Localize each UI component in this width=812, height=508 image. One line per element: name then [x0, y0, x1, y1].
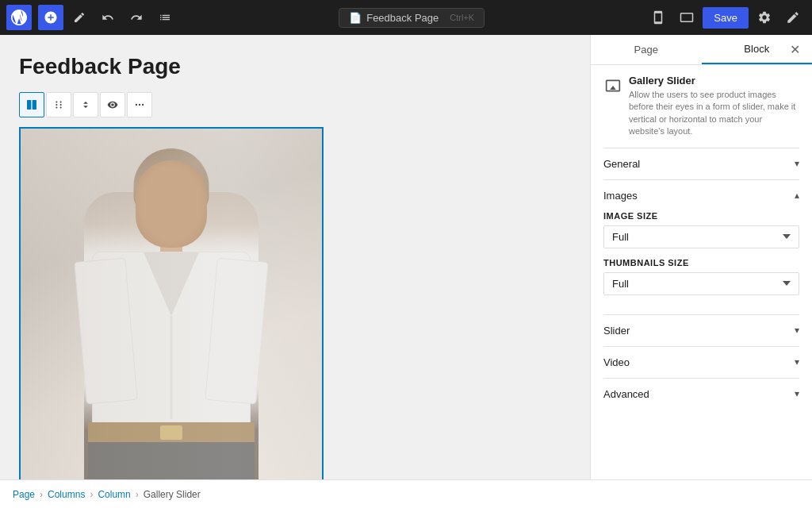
gallery-slider-icon: [603, 76, 622, 95]
breadcrumb-column[interactable]: Column: [98, 489, 130, 500]
slider-title: Slider: [603, 325, 630, 337]
add-block-button[interactable]: [38, 5, 63, 30]
svg-point-3: [60, 101, 62, 102]
image-size-select[interactable]: Full Large Medium Thumbnail: [603, 225, 799, 248]
topbar: 📄 Feedback Page Ctrl+K Save: [0, 0, 812, 35]
panel-close-button[interactable]: ✕: [783, 39, 806, 61]
more-options-tool[interactable]: [127, 92, 152, 117]
edit-button[interactable]: [67, 5, 92, 30]
slider-section: Slider ▾: [603, 314, 799, 346]
slider-chevron: ▾: [795, 325, 799, 336]
page-title: Feedback Page: [19, 54, 571, 79]
figure-head: [138, 156, 205, 240]
plugin-name: Gallery Slider: [629, 75, 799, 87]
thumbnails-size-label: THUMBNAILS SIZE: [603, 258, 799, 267]
gallery-slider-image: [21, 129, 322, 479]
general-title: General: [603, 158, 640, 170]
right-panel: Page Block ✕ Gallery Slider Allow the us…: [590, 35, 812, 479]
preview-tool[interactable]: [100, 92, 125, 117]
svg-point-2: [56, 101, 57, 102]
page-indicator-label: Feedback Page: [366, 12, 439, 24]
redo-button[interactable]: [124, 5, 149, 30]
images-header[interactable]: Images ▴: [603, 180, 799, 211]
images-body: IMAGE SIZE Full Large Medium Thumbnail T…: [603, 211, 799, 314]
wordpress-logo[interactable]: [6, 5, 32, 30]
svg-point-7: [60, 106, 62, 108]
breadcrumb: Page › Columns › Column › Gallery Slider: [0, 479, 812, 508]
general-header[interactable]: General ▾: [603, 148, 799, 179]
general-section: General ▾: [603, 148, 799, 179]
edit-mode-button[interactable]: [780, 5, 806, 30]
editor: Feedback Page: [0, 35, 590, 479]
panel-tabs: Page Block ✕: [591, 35, 812, 65]
svg-rect-1: [33, 100, 36, 110]
image-block[interactable]: [19, 127, 324, 479]
image-size-label: IMAGE SIZE: [603, 211, 799, 221]
page-indicator[interactable]: 📄 Feedback Page Ctrl+K: [339, 8, 485, 28]
svg-point-4: [56, 104, 57, 106]
topbar-center: 📄 Feedback Page Ctrl+K: [181, 8, 642, 28]
plugin-header: Gallery Slider Allow the users to see pr…: [603, 75, 799, 138]
svg-point-10: [142, 104, 144, 106]
panel-content: Gallery Slider Allow the users to see pr…: [591, 65, 812, 479]
svg-point-9: [139, 104, 140, 106]
save-button[interactable]: Save: [703, 7, 749, 29]
breadcrumb-sep-3: ›: [136, 489, 139, 500]
svg-point-6: [56, 106, 57, 108]
breadcrumb-columns[interactable]: Columns: [48, 489, 85, 500]
page-indicator-shortcut: Ctrl+K: [450, 13, 474, 22]
video-title: Video: [603, 356, 630, 368]
thumbnails-size-select[interactable]: Full Large Medium Thumbnail: [603, 272, 799, 295]
settings-button[interactable]: [752, 5, 777, 30]
block-toolbar: [19, 92, 571, 117]
advanced-header[interactable]: Advanced ▾: [603, 379, 799, 410]
advanced-title: Advanced: [603, 388, 649, 400]
breadcrumb-sep-1: ›: [40, 489, 43, 500]
layout-tool[interactable]: [19, 92, 44, 117]
plugin-description: Allow the users to see product images be…: [629, 89, 799, 138]
video-header[interactable]: Video ▾: [603, 347, 799, 378]
general-chevron: ▾: [795, 158, 799, 169]
images-chevron: ▴: [795, 190, 799, 201]
svg-point-5: [60, 104, 62, 106]
undo-button[interactable]: [95, 5, 121, 30]
images-section: Images ▴ IMAGE SIZE Full Large Medium Th…: [603, 179, 799, 314]
svg-rect-0: [27, 100, 31, 110]
svg-point-8: [136, 104, 137, 106]
topbar-right: Save: [645, 5, 806, 30]
breadcrumb-gallery-slider: Gallery Slider: [144, 489, 201, 500]
preview-mobile-button[interactable]: [645, 5, 671, 30]
plugin-info: Gallery Slider Allow the users to see pr…: [629, 75, 799, 138]
advanced-chevron: ▾: [795, 388, 799, 399]
move-tool[interactable]: [73, 92, 98, 117]
images-title: Images: [603, 190, 638, 202]
page-indicator-icon: 📄: [349, 12, 362, 24]
main: Feedback Page: [0, 35, 812, 479]
advanced-section: Advanced ▾: [603, 378, 799, 410]
video-chevron: ▾: [795, 356, 799, 368]
page-tab[interactable]: Page: [591, 35, 702, 64]
breadcrumb-sep-2: ›: [90, 489, 93, 500]
breadcrumb-page[interactable]: Page: [13, 489, 35, 500]
video-section: Video ▾: [603, 346, 799, 378]
drag-tool[interactable]: [46, 92, 71, 117]
preview-tablet-button[interactable]: [674, 5, 699, 30]
slider-header[interactable]: Slider ▾: [603, 315, 799, 346]
list-view-button[interactable]: [152, 5, 178, 30]
